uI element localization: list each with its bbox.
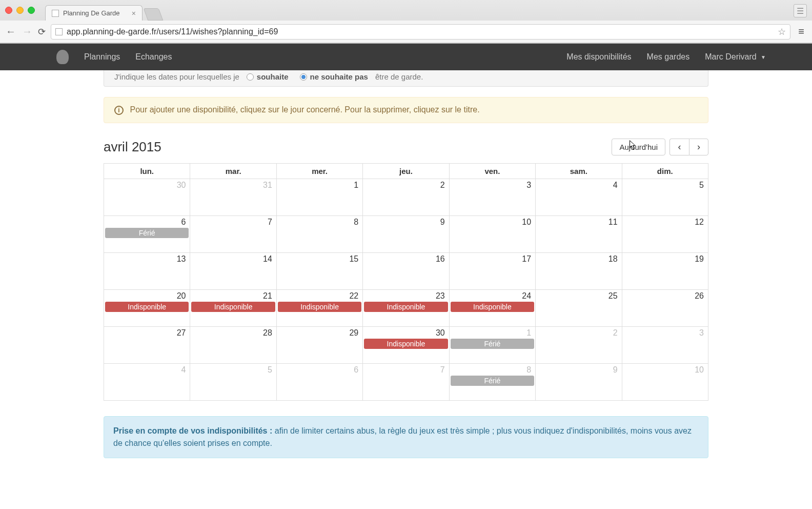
day-number: 13: [104, 253, 190, 264]
radio-souhaite[interactable]: souhaite: [247, 72, 289, 81]
calendar-day-cell[interactable]: 4: [536, 179, 622, 216]
calendar-day-cell[interactable]: 7: [190, 216, 276, 253]
prev-month-button[interactable]: ‹: [669, 139, 689, 155]
calendar-day-cell[interactable]: 1: [276, 179, 362, 216]
mode-prefix: J'indique les dates pour lesquelles je: [114, 72, 239, 81]
calendar-day-cell[interactable]: 21Indisponible: [190, 290, 276, 327]
calendar-day-cell[interactable]: 6: [276, 364, 362, 401]
calendar-day-cell[interactable]: 9: [363, 216, 449, 253]
calendar-day-cell[interactable]: 18: [536, 253, 622, 290]
calendar-day-cell[interactable]: 24Indisponible: [449, 290, 535, 327]
brand-icon[interactable]: [56, 50, 69, 64]
event-indisponible[interactable]: Indisponible: [278, 302, 361, 312]
event-indisponible[interactable]: Indisponible: [105, 302, 189, 312]
calendar-day-cell[interactable]: 22Indisponible: [276, 290, 362, 327]
calendar-day-cell[interactable]: 8: [276, 216, 362, 253]
calendar-day-cell[interactable]: 10: [449, 216, 535, 253]
event-indisponible[interactable]: Indisponible: [191, 302, 275, 312]
back-button[interactable]: ←: [5, 26, 16, 37]
calendar-day-cell[interactable]: 3: [449, 179, 535, 216]
calendar-day-cell[interactable]: 14: [190, 253, 276, 290]
event-ferie[interactable]: Férié: [451, 339, 534, 349]
calendar-day-cell[interactable]: 19: [622, 253, 708, 290]
day-number: 30: [363, 327, 449, 338]
event-ferie[interactable]: Férié: [451, 376, 534, 386]
day-number: 20: [104, 290, 190, 301]
user-name: Marc Derivard: [705, 52, 756, 61]
menu-button[interactable]: ≡: [796, 26, 807, 37]
calendar-day-cell[interactable]: 26: [622, 290, 708, 327]
calendar-day-cell[interactable]: 16: [363, 253, 449, 290]
radio-icon: [300, 73, 307, 81]
calendar-day-cell[interactable]: 2: [536, 327, 622, 364]
bookmark-star-icon[interactable]: ☆: [778, 26, 786, 37]
nav-mes-disponibilites[interactable]: Mes disponibilités: [566, 52, 631, 62]
nav-echanges[interactable]: Echanges: [135, 52, 172, 62]
event-ferie[interactable]: Férié: [105, 228, 189, 238]
calendar-day-cell[interactable]: 5: [622, 179, 708, 216]
day-header: lun.: [104, 164, 190, 179]
calendar-day-cell[interactable]: 1Férié: [449, 327, 535, 364]
reload-button[interactable]: ⟳: [38, 26, 46, 37]
day-number: 4: [104, 364, 190, 375]
calendar-day-cell[interactable]: 11: [536, 216, 622, 253]
calendar-day-cell[interactable]: 30Indisponible: [363, 327, 449, 364]
calendar-day-cell[interactable]: 8Férié: [449, 364, 535, 401]
chevron-down-icon: ▼: [761, 54, 766, 60]
calendar-day-cell[interactable]: 28: [190, 327, 276, 364]
nav-mes-gardes[interactable]: Mes gardes: [647, 52, 690, 62]
day-number: 1: [450, 327, 535, 338]
event-indisponible[interactable]: Indisponible: [364, 339, 448, 349]
calendar-day-cell[interactable]: 4: [104, 364, 190, 401]
address-bar[interactable]: app.planning-de-garde.fr/users/11/wishes…: [51, 24, 790, 40]
nav-plannings[interactable]: Plannings: [84, 52, 120, 62]
calendar-day-cell[interactable]: 20Indisponible: [104, 290, 190, 327]
mode-suffix: être de garde.: [375, 72, 423, 81]
calendar-day-cell[interactable]: 3: [622, 327, 708, 364]
calendar-day-cell[interactable]: 7: [363, 364, 449, 401]
tab-strip: Planning De Garde ×: [45, 0, 161, 21]
site-info-icon[interactable]: [55, 28, 63, 35]
calendar-day-cell[interactable]: 15: [276, 253, 362, 290]
today-button[interactable]: Aujourd'hui: [612, 139, 665, 155]
help-alert: i Pour ajouter une disponibilité, clique…: [104, 97, 708, 123]
maximize-window-button[interactable]: [28, 7, 35, 14]
day-number: 3: [622, 327, 708, 338]
day-number: 14: [190, 253, 276, 264]
nav-user-dropdown[interactable]: Marc Derivard ▼: [705, 52, 766, 62]
info-title: Prise en compte de vos indisponibilités …: [113, 426, 275, 435]
page-content[interactable]: J'indique les dates pour lesquelles je s…: [0, 70, 812, 509]
calendar-day-cell[interactable]: 5: [190, 364, 276, 401]
next-month-button[interactable]: ›: [689, 139, 708, 155]
browser-tab[interactable]: Planning De Garde ×: [45, 5, 143, 21]
minimize-window-button[interactable]: [16, 7, 24, 14]
day-number: 3: [450, 179, 535, 190]
calendar-day-cell[interactable]: 29: [276, 327, 362, 364]
day-number: 5: [190, 364, 276, 375]
profile-button[interactable]: ☰: [794, 4, 807, 17]
calendar-day-cell[interactable]: 17: [449, 253, 535, 290]
new-tab-button[interactable]: [144, 8, 164, 21]
calendar-day-cell[interactable]: 13: [104, 253, 190, 290]
calendar-day-cell[interactable]: 12: [622, 216, 708, 253]
calendar-day-cell[interactable]: 31: [190, 179, 276, 216]
browser-toolbar: ← → ⟳ app.planning-de-garde.fr/users/11/…: [0, 21, 812, 43]
tab-title: Planning De Garde: [63, 9, 120, 17]
calendar-day-cell[interactable]: 25: [536, 290, 622, 327]
calendar-day-cell[interactable]: 23Indisponible: [363, 290, 449, 327]
calendar-day-cell[interactable]: 2: [363, 179, 449, 216]
calendar-day-cell[interactable]: 30: [104, 179, 190, 216]
calendar-day-cell[interactable]: 10: [622, 364, 708, 401]
calendar-day-cell[interactable]: 9: [536, 364, 622, 401]
forward-button[interactable]: →: [22, 26, 33, 37]
calendar-day-cell[interactable]: 27: [104, 327, 190, 364]
close-tab-button[interactable]: ×: [132, 10, 136, 17]
calendar-day-cell[interactable]: 6Férié: [104, 216, 190, 253]
day-number: 6: [277, 364, 362, 375]
nav-button-group: ‹ ›: [669, 139, 708, 155]
event-indisponible[interactable]: Indisponible: [451, 302, 534, 312]
close-window-button[interactable]: [5, 7, 12, 14]
day-header: sam.: [536, 164, 622, 179]
event-indisponible[interactable]: Indisponible: [364, 302, 448, 312]
radio-ne-souhaite-pas[interactable]: ne souhaite pas: [300, 72, 368, 81]
